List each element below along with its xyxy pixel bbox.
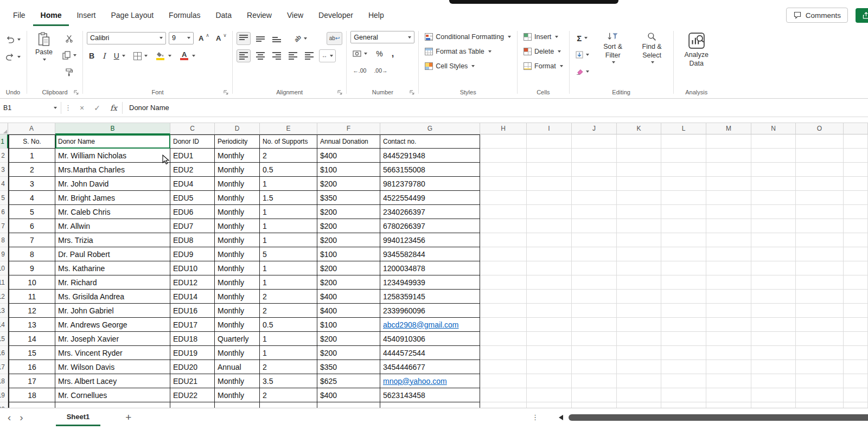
cell-I10[interactable]: [527, 261, 572, 275]
cell-F20[interactable]: [317, 402, 380, 408]
cell-N14[interactable]: [751, 318, 796, 332]
clipboard-dialog-launcher[interactable]: [74, 90, 79, 95]
cell-K2[interactable]: [617, 149, 661, 163]
cell-M13[interactable]: [706, 304, 751, 318]
cell-O7[interactable]: [796, 219, 844, 233]
cell-E8[interactable]: 1: [260, 233, 317, 247]
cell-B6[interactable]: Mr. Caleb Chris: [55, 205, 170, 219]
cell-C8[interactable]: EDU8: [170, 233, 215, 247]
row-header-6[interactable]: 6: [0, 205, 8, 219]
cell-O2[interactable]: [796, 149, 844, 163]
cell-B3[interactable]: Mrs.Martha Charles: [55, 163, 170, 177]
undo-button[interactable]: [3, 33, 23, 46]
cell-A2[interactable]: 1: [8, 149, 55, 163]
cell-partial-18[interactable]: [844, 374, 868, 388]
cell-G10[interactable]: 1200034878: [380, 261, 480, 275]
cell-M3[interactable]: [706, 163, 751, 177]
cell-N2[interactable]: [751, 149, 796, 163]
cell-D6[interactable]: Monthly: [215, 205, 260, 219]
tab-formulas[interactable]: Formulas: [161, 6, 208, 26]
cell-D10[interactable]: Monthly: [215, 261, 260, 275]
cell-D14[interactable]: Monthly: [215, 318, 260, 332]
cell-G2[interactable]: 8445291948: [380, 149, 480, 163]
cell-C16[interactable]: EDU19: [170, 346, 215, 360]
cell-E19[interactable]: 2: [260, 388, 317, 402]
cell-K1[interactable]: [617, 134, 661, 149]
cell-A14[interactable]: 13: [8, 318, 55, 332]
cell-A5[interactable]: 4: [8, 191, 55, 205]
cell-L6[interactable]: [661, 205, 706, 219]
cell-L20[interactable]: [661, 402, 706, 408]
cell-O3[interactable]: [796, 163, 844, 177]
cell-M5[interactable]: [706, 191, 751, 205]
autosum-button[interactable]: Σ: [573, 31, 591, 44]
cell-styles-button[interactable]: Cell Styles: [423, 61, 477, 72]
cell-I1[interactable]: [527, 134, 572, 149]
tab-developer[interactable]: Developer: [311, 6, 361, 26]
cell-H1[interactable]: [480, 134, 527, 149]
cell-partial-2[interactable]: [844, 149, 868, 163]
format-as-table-button[interactable]: Format as Table: [423, 46, 493, 57]
column-header-C[interactable]: C: [170, 123, 215, 134]
orientation-button[interactable]: ab: [292, 32, 309, 45]
bottom-align-button[interactable]: [270, 32, 283, 45]
cell-B12[interactable]: Ms. Grisilda Andrea: [55, 290, 170, 304]
sort-filter-button[interactable]: Sort & Filter: [595, 30, 631, 66]
cell-K14[interactable]: [617, 318, 661, 332]
cell-K5[interactable]: [617, 191, 661, 205]
cell-C2[interactable]: EDU1: [170, 149, 215, 163]
cell-N4[interactable]: [751, 177, 796, 191]
cell-L5[interactable]: [661, 191, 706, 205]
formula-bar-content[interactable]: Donor Name: [123, 104, 169, 112]
cell-I7[interactable]: [527, 219, 572, 233]
horizontal-scrollbar-thumb[interactable]: [569, 414, 868, 421]
analyze-data-button[interactable]: Analyze Data: [678, 30, 716, 70]
cell-N19[interactable]: [751, 388, 796, 402]
cell-F4[interactable]: $200: [317, 177, 380, 191]
tab-file[interactable]: File: [5, 6, 33, 26]
cell-partial-13[interactable]: [844, 304, 868, 318]
cell-M14[interactable]: [706, 318, 751, 332]
cell-C9[interactable]: EDU9: [170, 247, 215, 261]
cell-K10[interactable]: [617, 261, 661, 275]
add-sheet-button[interactable]: +: [125, 412, 131, 422]
font-name-select[interactable]: Calibri: [87, 32, 166, 44]
cell-A15[interactable]: 14: [8, 332, 55, 346]
cell-O17[interactable]: [796, 360, 844, 374]
decrease-font-size-button[interactable]: A∨: [214, 31, 228, 44]
cell-N9[interactable]: [751, 247, 796, 261]
cell-J3[interactable]: [572, 163, 617, 177]
cell-G9[interactable]: 9345582844: [380, 247, 480, 261]
cell-I5[interactable]: [527, 191, 572, 205]
cell-L3[interactable]: [661, 163, 706, 177]
cell-B10[interactable]: Ms. Katharine: [55, 261, 170, 275]
cell-N16[interactable]: [751, 346, 796, 360]
cell-J12[interactable]: [572, 290, 617, 304]
cell-K17[interactable]: [617, 360, 661, 374]
cell-M18[interactable]: [706, 374, 751, 388]
cell-partial-14[interactable]: [844, 318, 868, 332]
cell-F1[interactable]: Annual Donation: [317, 134, 380, 149]
cell-B5[interactable]: Mr. Bright James: [55, 191, 170, 205]
cell-A4[interactable]: 3: [8, 177, 55, 191]
row-header-4[interactable]: 4: [0, 177, 8, 191]
cell-E12[interactable]: 2: [260, 290, 317, 304]
cell-H14[interactable]: [480, 318, 527, 332]
italic-button[interactable]: I: [100, 49, 108, 62]
cell-O16[interactable]: [796, 346, 844, 360]
cell-partial-17[interactable]: [844, 360, 868, 374]
cell-J6[interactable]: [572, 205, 617, 219]
format-cells-button[interactable]: Format: [521, 61, 565, 72]
cell-O8[interactable]: [796, 233, 844, 247]
clear-button[interactable]: [573, 65, 591, 78]
cell-partial-15[interactable]: [844, 332, 868, 346]
insert-cells-button[interactable]: Insert: [521, 31, 560, 42]
cell-O15[interactable]: [796, 332, 844, 346]
cell-D8[interactable]: Monthly: [215, 233, 260, 247]
cell-J20[interactable]: [572, 402, 617, 408]
cell-L11[interactable]: [661, 275, 706, 290]
cell-C3[interactable]: EDU2: [170, 163, 215, 177]
cell-partial-8[interactable]: [844, 233, 868, 247]
copy-button[interactable]: [60, 49, 79, 62]
cell-G16[interactable]: 4444572544: [380, 346, 480, 360]
